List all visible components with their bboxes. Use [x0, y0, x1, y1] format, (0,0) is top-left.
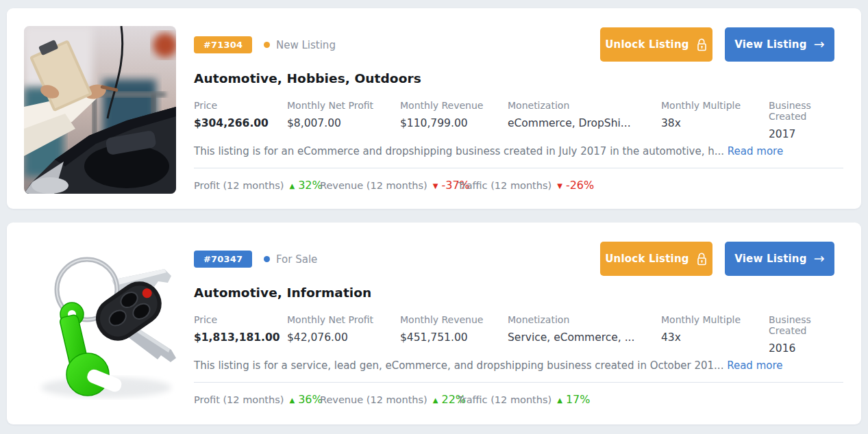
listing-description: This listing is for a service, lead gen,… [194, 359, 852, 373]
stat-value: 43x [661, 331, 741, 344]
listing-title[interactable]: Automotive, Information [194, 285, 371, 300]
trend-arrow-icon: ▲ [289, 396, 295, 404]
metric-profit: Profit (12 months) ▲ 36% [194, 393, 323, 406]
metric-value: 17% [566, 393, 591, 406]
stat-value: Service, eCommerce, ... [508, 331, 634, 344]
status-dot-icon [264, 42, 270, 48]
stat-value: 2017 [769, 128, 852, 140]
description-text: This listing is for an eCommerce and dro… [194, 145, 724, 157]
stat-value: 2016 [769, 342, 852, 355]
listing-card: #70347 For Sale Automotive, Information … [7, 222, 861, 424]
mechanic-photo-illustration [24, 26, 176, 194]
stat-value: 38x [661, 117, 741, 129]
description-text: This listing is for a service, lead gen,… [194, 359, 723, 372]
trend-arrow-icon: ▲ [557, 396, 562, 404]
stat-label: Monetization [508, 314, 634, 325]
metric-traffic: Traffic (12 months) ▲ 17% [458, 393, 590, 406]
unlock-listing-label: Unlock Listing [605, 38, 689, 51]
listing-card: #71304 New Listing Automotive, Hobbies, … [7, 8, 861, 209]
read-more-link[interactable]: Read more [727, 359, 782, 372]
metrics-row: Profit (12 months) ▲ 36% Revenue (12 mon… [194, 393, 742, 408]
status-dot-icon [264, 256, 270, 262]
stat-business-created: Business Created 2017 [769, 100, 852, 140]
stat-value: $304,266.00 [194, 117, 269, 129]
listings-page: #71304 New Listing Automotive, Hobbies, … [0, 0, 868, 434]
stat-label: Monthly Revenue [400, 314, 483, 325]
stat-label: Monthly Multiple [661, 314, 741, 325]
listing-id-badge: #70347 [194, 251, 252, 268]
stat-value: eCommerce, DropShi... [508, 117, 631, 129]
unlock-listing-button[interactable]: Unlock Listing [600, 27, 712, 62]
stat-label: Price [194, 314, 280, 325]
stat-label: Monthly Net Profit [287, 100, 373, 111]
stat-label: Monthly Multiple [661, 100, 741, 111]
view-listing-label: View Listing [734, 253, 807, 265]
divider [194, 382, 843, 383]
metric-label: Profit (12 months) [194, 394, 284, 405]
status-label: New Listing [276, 39, 336, 51]
stat-value: $451,751.00 [400, 331, 483, 344]
metric-traffic: Traffic (12 months) ▼ -26% [458, 179, 594, 192]
view-listing-label: View Listing [734, 38, 807, 51]
metric-profit: Profit (12 months) ▲ 32% [194, 179, 323, 192]
car-keys-illustration [24, 240, 176, 408]
trend-arrow-icon: ▲ [289, 182, 295, 190]
metric-revenue: Revenue (12 months) ▼ -37% [320, 179, 470, 192]
listing-description: This listing is for an eCommerce and dro… [194, 144, 852, 159]
view-listing-button[interactable]: View Listing → [725, 27, 834, 62]
stat-price: Price $304,266.00 [194, 100, 269, 129]
stat-value: $8,007.00 [287, 117, 373, 129]
read-more-link[interactable]: Read more [728, 145, 783, 157]
metric-label: Revenue (12 months) [320, 180, 427, 191]
trend-arrow-icon: ▼ [557, 182, 562, 190]
listing-thumbnail[interactable] [24, 240, 176, 408]
listing-id-badge: #71304 [194, 36, 252, 53]
stat-label: Monthly Net Profit [287, 314, 373, 325]
stat-label: Business Created [769, 100, 852, 122]
stat-monetization: Monetization eCommerce, DropShi... [508, 100, 631, 129]
stat-monetization: Monetization Service, eCommerce, ... [508, 314, 634, 344]
listing-status: New Listing [264, 36, 336, 53]
stat-label: Business Created [769, 314, 852, 336]
stats-row: Price $304,266.00 Monthly Net Profit $8,… [194, 100, 852, 138]
stat-value: $1,813,181.00 [194, 331, 280, 344]
arrow-right-icon: → [814, 251, 825, 266]
stat-label: Price [194, 100, 269, 111]
trend-arrow-icon: ▼ [433, 182, 438, 190]
stats-row: Price $1,813,181.00 Monthly Net Profit $… [194, 314, 852, 352]
metric-label: Revenue (12 months) [320, 394, 427, 405]
metric-label: Profit (12 months) [194, 180, 284, 191]
listing-thumbnail[interactable] [24, 26, 176, 194]
metric-label: Traffic (12 months) [458, 394, 551, 405]
unlock-listing-button[interactable]: Unlock Listing [600, 242, 712, 276]
stat-revenue: Monthly Revenue $110,799.00 [400, 100, 483, 129]
metric-value: -26% [566, 179, 594, 192]
unlock-listing-label: Unlock Listing [605, 253, 689, 265]
trend-arrow-icon: ▲ [433, 396, 438, 404]
stat-value: $110,799.00 [400, 117, 483, 129]
divider [194, 168, 843, 168]
lock-icon [696, 253, 708, 266]
stat-multiple: Monthly Multiple 38x [661, 100, 741, 129]
stat-net-profit: Monthly Net Profit $42,076.00 [287, 314, 373, 344]
stat-net-profit: Monthly Net Profit $8,007.00 [287, 100, 373, 129]
metric-revenue: Revenue (12 months) ▲ 22% [320, 393, 466, 406]
metric-value: 36% [298, 393, 323, 406]
stat-label: Monetization [508, 100, 631, 111]
stat-price: Price $1,813,181.00 [194, 314, 280, 344]
stat-label: Monthly Revenue [400, 100, 483, 111]
stat-revenue: Monthly Revenue $451,751.00 [400, 314, 483, 344]
view-listing-button[interactable]: View Listing → [725, 242, 834, 276]
stat-value: $42,076.00 [287, 331, 373, 344]
metrics-row: Profit (12 months) ▲ 32% Revenue (12 mon… [194, 179, 742, 194]
stat-business-created: Business Created 2016 [769, 314, 852, 355]
listing-status: For Sale [264, 251, 317, 268]
status-label: For Sale [276, 253, 317, 266]
metric-value: 32% [298, 179, 323, 192]
metric-label: Traffic (12 months) [458, 180, 551, 191]
arrow-right-icon: → [814, 36, 825, 51]
stat-multiple: Monthly Multiple 43x [661, 314, 741, 344]
lock-icon [696, 38, 708, 51]
listing-title[interactable]: Automotive, Hobbies, Outdoors [194, 71, 421, 86]
